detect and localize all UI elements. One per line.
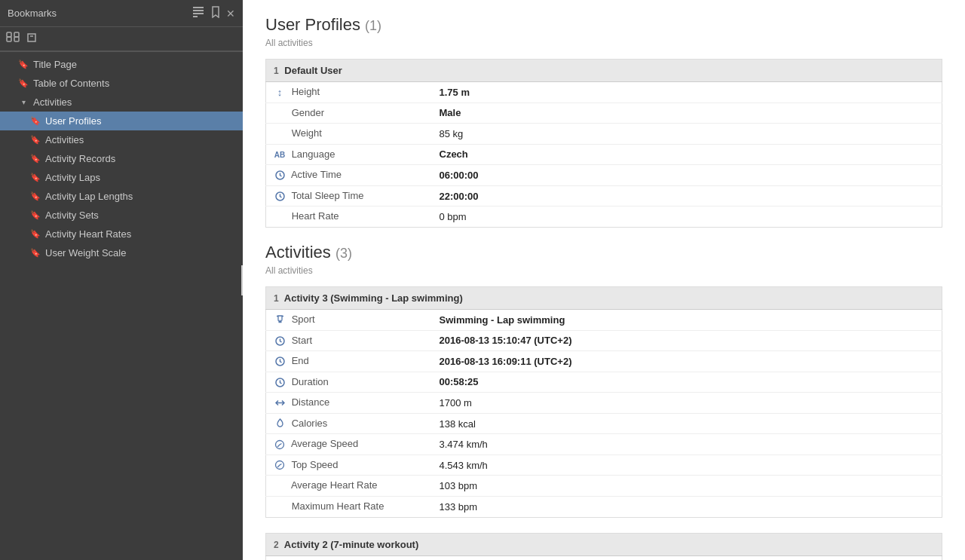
user-profiles-table-header: 1 Default User <box>266 60 942 82</box>
sidebar-header-icons: ✕ <box>193 6 235 20</box>
toolbar-icon-2[interactable] <box>26 32 38 46</box>
sidebar-item-user-weight-scale[interactable]: 🔖 User Weight Scale <box>0 243 243 262</box>
sidebar-label-activity-laps: Activity Laps <box>45 172 100 183</box>
main-content: User Profiles (1) All activities 1 Defau… <box>243 0 965 560</box>
sidebar-label-title-page: Title Page <box>33 59 77 70</box>
user-profiles-section: User Profiles (1) All activities 1 Defau… <box>265 15 942 228</box>
svg-rect-7 <box>14 37 19 41</box>
sidebar-item-activity-records[interactable]: 🔖 Activity Records <box>0 149 243 168</box>
sidebar-toolbar <box>0 27 243 51</box>
sidebar-item-title-page[interactable]: 🔖 Title Page <box>0 55 243 74</box>
sidebar-item-activity-lap-lengths[interactable]: 🔖 Activity Lap Lengths <box>0 187 243 206</box>
trophy-icon <box>274 314 286 326</box>
sidebar-item-activities[interactable]: 🔖 Activities <box>0 130 243 149</box>
clock-icon-duration <box>274 376 286 388</box>
sidebar-item-activity-laps[interactable]: 🔖 Activity Laps <box>0 168 243 187</box>
table-row: Top Speed 4.543 km/h <box>266 454 942 476</box>
svg-rect-0 <box>193 7 204 8</box>
table-row: Sport Training - Cardio training <box>266 555 942 560</box>
sidebar-collapse-handle[interactable]: ◀ <box>241 265 243 295</box>
spacer-icon <box>274 211 286 223</box>
table-row: Heart Rate 0 bpm <box>266 207 942 228</box>
table-row: End 2016-08-13 16:09:11 (UTC+2) <box>266 351 942 372</box>
sidebar-header: Bookmarks ✕ <box>0 0 243 27</box>
table-row: Calories 138 kcal <box>266 413 942 434</box>
sidebar-item-activities-group[interactable]: ▾ Activities <box>0 93 243 112</box>
fire-icon <box>274 418 286 430</box>
activity-2-header: 2 Activity 2 (7-minute workout) <box>266 533 942 555</box>
bookmark-icon: 🔖 <box>18 60 29 70</box>
sidebar-item-user-profiles[interactable]: 🔖 User Profiles <box>0 112 243 130</box>
activity-1-header: 1 Activity 3 (Swimming - Lap swimming) <box>266 286 942 309</box>
toolbar-icon-1[interactable] <box>6 32 20 46</box>
language-icon: AB <box>274 148 286 161</box>
clock-icon-end <box>274 356 286 368</box>
table-row: Average Heart Rate 103 bpm <box>266 476 942 497</box>
sidebar-item-toc[interactable]: 🔖 Table of Contents <box>0 74 243 93</box>
activity-2-table: 2 Activity 2 (7-minute workout) Sport Tr… <box>265 533 942 560</box>
table-row: ↕ Height 1.75 m <box>266 82 942 103</box>
svg-rect-3 <box>193 16 198 17</box>
spacer-icon <box>274 128 286 140</box>
table-row: Distance 1700 m <box>266 393 942 414</box>
user-profiles-count: (1) <box>365 18 381 33</box>
sidebar-items: 🔖 Title Page 🔖 Table of Contents ▾ Activ… <box>0 52 243 560</box>
spacer-icon <box>274 480 286 492</box>
svg-rect-5 <box>14 32 19 37</box>
sidebar-label-user-profiles: User Profiles <box>45 115 101 127</box>
bookmark-icon-activity-lap-lengths: 🔖 <box>30 191 41 202</box>
bookmark-icon-user-weight-scale: 🔖 <box>30 248 41 259</box>
bookmark-icon-activity-heart-rates: 🔖 <box>30 229 41 240</box>
svg-rect-4 <box>7 32 11 37</box>
user-profiles-subtitle: All activities <box>265 38 942 48</box>
sidebar-label-activity-records: Activity Records <box>45 153 115 164</box>
table-row: Total Sleep Time 22:00:00 <box>266 185 942 207</box>
svg-rect-1 <box>193 10 204 11</box>
bookmark-icon-activity-records: 🔖 <box>30 154 41 164</box>
sidebar-icon-list[interactable] <box>193 7 205 20</box>
table-row: Maximum Heart Rate 133 bpm <box>266 497 942 518</box>
activities-title: Activities (3) <box>265 243 942 262</box>
sidebar-icon-bookmark[interactable] <box>211 6 220 20</box>
activities-section: Activities (3) All activities 1 Activity… <box>265 243 942 560</box>
clock-icon-sleep <box>274 190 286 202</box>
svg-rect-2 <box>193 13 204 14</box>
clock-icon-start <box>274 335 286 347</box>
sidebar-label-activities: Activities <box>45 134 84 145</box>
table-row: Average Speed 3.474 km/h <box>266 434 942 455</box>
bookmark-icon-user-profiles: 🔖 <box>30 116 41 127</box>
sidebar-label-activities-group: Activities <box>33 96 72 108</box>
table-row: Active Time 06:00:00 <box>266 165 942 186</box>
svg-rect-6 <box>7 37 11 41</box>
table-row: Duration 00:58:25 <box>266 372 942 393</box>
sidebar-title: Bookmarks <box>8 8 57 19</box>
table-row: Weight 85 kg <box>266 124 942 145</box>
activities-count: (3) <box>335 246 352 261</box>
sidebar-label-activity-sets: Activity Sets <box>45 210 99 221</box>
bookmark-icon-activities: 🔖 <box>30 135 41 145</box>
speedometer-icon <box>274 439 286 451</box>
sidebar-label-user-weight-scale: User Weight Scale <box>45 247 126 259</box>
arrow-updown-icon: ↕ <box>274 87 286 99</box>
speedometer-top-icon <box>274 459 286 471</box>
table-row: AB Language Czech <box>266 144 942 165</box>
sidebar-close-button[interactable]: ✕ <box>226 8 235 20</box>
sidebar-item-activity-heart-rates[interactable]: 🔖 Activity Heart Rates <box>0 225 243 243</box>
user-profiles-title: User Profiles (1) <box>265 15 942 35</box>
activities-subtitle: All activities <box>265 265 942 276</box>
sidebar-label-activity-lap-lengths: Activity Lap Lengths <box>45 191 133 202</box>
table-row: Gender Male <box>266 103 942 124</box>
clock-icon <box>274 170 286 182</box>
bookmark-icon-toc: 🔖 <box>18 78 29 89</box>
sidebar-label-activity-heart-rates: Activity Heart Rates <box>45 228 131 240</box>
sidebar-label-toc: Table of Contents <box>33 78 109 89</box>
bookmark-icon-activity-laps: 🔖 <box>30 173 41 183</box>
expand-icon-activities: ▾ <box>18 97 29 108</box>
sidebar: Bookmarks ✕ <box>0 0 243 560</box>
spacer-icon <box>274 107 286 119</box>
table-row: Sport Swimming - Lap swimming <box>266 309 942 330</box>
spacer-icon <box>274 501 286 513</box>
arrows-h-icon <box>274 397 286 409</box>
activity-1-table: 1 Activity 3 (Swimming - Lap swimming) S… <box>265 286 942 518</box>
sidebar-item-activity-sets[interactable]: 🔖 Activity Sets <box>0 206 243 225</box>
